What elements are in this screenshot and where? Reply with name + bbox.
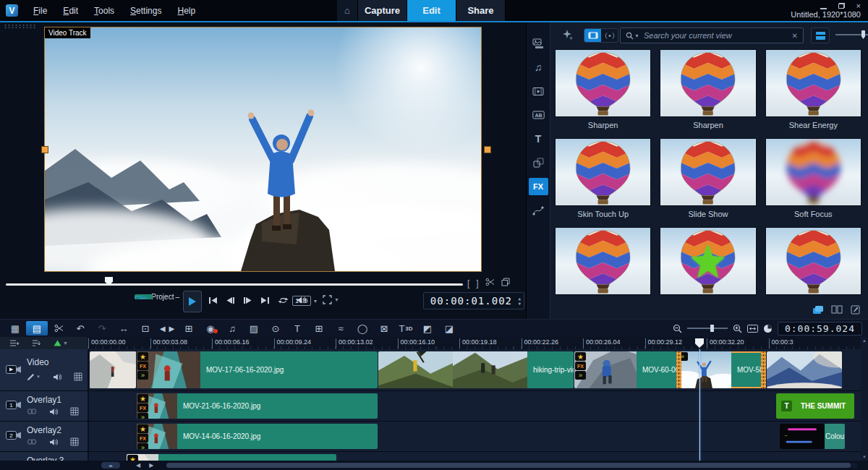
playhead-marker[interactable] xyxy=(695,338,704,348)
preview-scrubber[interactable] xyxy=(6,283,463,286)
library-category-motion-path-icon[interactable] xyxy=(529,202,548,219)
trim-handle-right[interactable] xyxy=(761,351,766,388)
record-capture-button[interactable]: ◉ xyxy=(200,321,221,336)
sound-mixer-button[interactable]: ♫ xyxy=(221,321,243,336)
title-options-button[interactable]: T xyxy=(286,321,308,336)
effect-item-7[interactable] xyxy=(660,227,756,296)
effect-shear-energy[interactable]: Shear Energy xyxy=(765,49,861,132)
clip-hiking-trip-video[interactable]: hiking-trip-video xyxy=(378,351,574,388)
playhead-line[interactable] xyxy=(699,349,700,461)
menu-tools[interactable]: Tools xyxy=(86,2,122,20)
mask-creator-button[interactable]: ◩ xyxy=(417,321,438,336)
library-category-fx-icon[interactable]: FX xyxy=(529,178,548,195)
effects-wand-button[interactable]: ≈ xyxy=(330,321,352,336)
track-swap-icon[interactable] xyxy=(32,337,41,350)
clip-bluemist[interactable] xyxy=(767,351,842,388)
track-manager-icon[interactable] xyxy=(9,337,20,350)
split-clip-button[interactable]: ◄► xyxy=(156,321,178,336)
mosaic-grid-icon[interactable] xyxy=(70,407,79,416)
mute-speaker-icon[interactable] xyxy=(53,373,61,381)
mark-out-icon[interactable]: ] xyxy=(476,278,478,289)
aspect-ratio-button[interactable]: 16:9▼ xyxy=(292,296,318,306)
hscroll-thumb[interactable] xyxy=(166,463,851,468)
smart-effect-icon[interactable] xyxy=(562,29,574,43)
clear-search-icon[interactable]: ✕ xyxy=(792,32,798,40)
fit-project-icon[interactable] xyxy=(747,325,758,333)
track-lane-video[interactable]: ★FX»MOV-17-06-16-2020.jpghiking-trip-vid… xyxy=(89,349,861,390)
mark-in-icon[interactable]: [ xyxy=(467,278,469,289)
mask-editor-button[interactable]: ◪ xyxy=(438,321,460,336)
gallery-view-icon[interactable] xyxy=(812,304,824,315)
ripple-edit-button[interactable]: ↔ xyxy=(113,321,135,336)
timecode-stepper[interactable]: ▲▼ xyxy=(518,296,522,306)
mosaic-grid-icon[interactable] xyxy=(70,437,79,446)
fit-timeline-button[interactable]: ◂▸ xyxy=(101,462,120,469)
library-category-audio-icon[interactable]: ♫ xyxy=(529,59,548,76)
effect-sharpen[interactable]: Sharpen xyxy=(660,49,756,132)
tab-edit[interactable]: Edit xyxy=(407,0,456,21)
timeline-timecode[interactable]: 0:00:59.024 xyxy=(778,322,862,336)
multicam-grid-button[interactable]: ⊞ xyxy=(308,321,330,336)
timeline-vscrollbar[interactable]: ▲▼ xyxy=(861,337,868,461)
jump-start-button[interactable] xyxy=(208,296,218,304)
redo-button[interactable]: ↷ xyxy=(91,321,113,336)
clip-snow[interactable]: ★ xyxy=(127,454,336,461)
search-input[interactable] xyxy=(642,30,792,40)
timeline-timescale[interactable]: 00:00:00.0000:00:03.0800:00:06.1600:00:0… xyxy=(88,337,861,349)
effect-item-8[interactable] xyxy=(765,227,861,296)
library-category-media-icon[interactable] xyxy=(529,35,548,52)
previous-frame-button[interactable] xyxy=(226,296,235,304)
trim-handle-left[interactable] xyxy=(676,351,681,388)
tab-capture[interactable]: Capture xyxy=(358,0,407,21)
hscroll-track[interactable] xyxy=(166,463,858,468)
clip-mov-14-06-16-2020-jpg[interactable]: ★FX»MOV-14-06-16-2020.jpg xyxy=(137,424,378,449)
minimize-icon[interactable] xyxy=(820,2,827,9)
mute-speaker-icon[interactable] xyxy=(49,438,58,446)
storyboard-view-button[interactable]: ▦ xyxy=(4,321,26,336)
group-objects-button[interactable]: ⊠ xyxy=(373,321,395,336)
track-header-video[interactable]: Video▼ xyxy=(0,349,89,390)
track-lane-overlay-3[interactable]: ★ xyxy=(89,452,861,461)
menu-help[interactable]: Help xyxy=(169,2,203,20)
audio-effects-toggle[interactable] xyxy=(601,29,618,42)
effect-slide-show[interactable]: Slide Show xyxy=(660,138,756,221)
play-button[interactable] xyxy=(183,291,202,312)
scrubber-pin[interactable] xyxy=(105,277,113,286)
next-frame-button[interactable] xyxy=(243,296,252,304)
effect-item-6[interactable] xyxy=(555,227,651,296)
clip-mov-17-06-16-2020-jpg[interactable]: ★FX»MOV-17-06-16-2020.jpg xyxy=(137,351,378,388)
restore-icon[interactable] xyxy=(838,3,845,9)
effect-soft-focus[interactable]: Soft Focus xyxy=(765,138,861,221)
track-header-overlay2[interactable]: 2Overlay2 xyxy=(0,422,89,451)
track-header-overlay-3[interactable]: 3Overlay 3 xyxy=(0,452,89,461)
home-button[interactable]: ⌂ xyxy=(337,0,358,21)
mute-speaker-icon[interactable] xyxy=(49,408,58,416)
track-lane-overlay1[interactable]: ★FX»MOV-21-06-16-2020.jpgTTHE SUMMIT xyxy=(89,391,861,421)
library-category-transition-icon[interactable]: AB xyxy=(529,106,548,124)
tab-share[interactable]: Share xyxy=(456,0,506,21)
resize-handle-right[interactable] xyxy=(484,146,491,153)
effect-skin-touch-up[interactable]: Skin Touch Up xyxy=(555,138,651,221)
edit-pencil-icon[interactable]: ▼ xyxy=(27,373,41,381)
menu-edit[interactable]: Edit xyxy=(55,2,86,20)
mosaic-grid-icon[interactable] xyxy=(74,372,82,381)
menu-file[interactable]: File xyxy=(25,2,55,20)
clip-mov-58-06[interactable]: »MOV-58-06 xyxy=(676,351,766,388)
link-icon[interactable] xyxy=(27,408,37,415)
project-duration-icon[interactable] xyxy=(763,324,773,333)
list-view-icon[interactable] xyxy=(830,304,843,315)
clip-mode-button[interactable]: Clip xyxy=(135,294,153,299)
jump-end-button[interactable] xyxy=(260,296,270,304)
clip-the-summit[interactable]: TTHE SUMMIT xyxy=(776,393,854,419)
effect-sharpen[interactable]: Sharpen xyxy=(555,49,651,132)
scroll-right-icon[interactable]: ▶ xyxy=(149,462,153,469)
clip-colou[interactable]: ~Colou xyxy=(780,424,845,449)
options-edit-icon[interactable] xyxy=(849,304,861,315)
video-effects-toggle[interactable] xyxy=(584,29,601,42)
pan-zoom-button[interactable]: ⊡ xyxy=(135,321,156,336)
library-category-overlay-icon[interactable] xyxy=(529,154,548,171)
close-icon[interactable]: × xyxy=(856,2,861,9)
zoom-in-icon[interactable] xyxy=(733,324,742,333)
resize-handle-left[interactable] xyxy=(41,146,48,153)
scroll-left-icon[interactable]: ◀ xyxy=(136,462,140,469)
